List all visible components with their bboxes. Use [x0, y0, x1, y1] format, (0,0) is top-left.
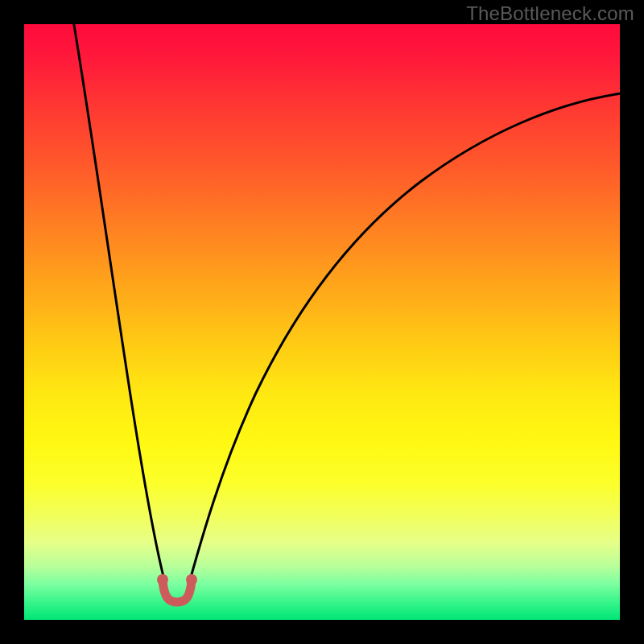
notch-dot-left	[157, 574, 168, 585]
watermark-text: TheBottleneck.com	[466, 2, 634, 25]
curve-overlay	[24, 24, 620, 620]
chart-canvas: TheBottleneck.com	[0, 0, 644, 644]
notch-marker	[163, 581, 192, 602]
left-curve	[73, 24, 166, 586]
plot-area	[24, 24, 620, 620]
right-curve	[188, 93, 620, 586]
notch-dot-right	[186, 574, 197, 585]
